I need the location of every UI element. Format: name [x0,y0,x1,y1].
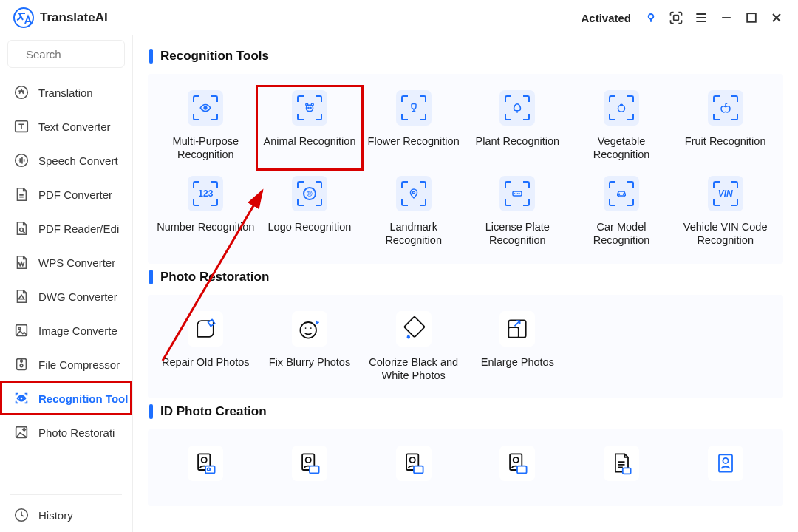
tool-animal-recognition[interactable]: Animal Recognition [258,87,362,168]
tool-multi-purpose-recognition[interactable]: Multi-Purpose Recognition [154,87,258,168]
svg-rect-41 [414,466,423,473]
menu-icon[interactable] [689,5,714,30]
id-document-icon [604,446,639,481]
tool-label: Vehicle VIN Code Recognition [676,220,774,247]
svg-rect-29 [404,316,425,337]
tool-id-photo-5[interactable] [570,443,674,497]
svg-point-9 [18,327,21,330]
tool-label: Animal Recognition [264,134,356,148]
svg-point-24 [623,194,624,194]
section-title-restoration: Photo Restoration [149,270,783,284]
fix-blurry-icon [292,311,327,347]
svg-point-37 [306,457,311,463]
fruit-scan-icon [708,90,743,126]
search-box[interactable] [7,40,125,68]
tool-plant-recognition[interactable]: Plant Recognition [466,87,570,168]
tool-id-photo-6[interactable] [673,443,777,497]
tool-fix-blurry-photos[interactable]: Fix Blurry Photos [258,308,362,389]
vegetable-scan-icon [604,90,639,126]
tool-vegetable-recognition[interactable]: Vegetable Recognition [570,87,674,168]
tool-label: Logo Recognition [268,220,352,233]
sidebar-item-dwg-converter[interactable]: DWG Converter [0,279,132,313]
sidebar-item-speech-convert[interactable]: Speech Convert [0,143,132,177]
sidebar-item-label: DWG Converter [38,290,117,303]
sidebar-item-pdf-converter[interactable]: PDF Converter [0,177,132,211]
close-button[interactable] [764,5,789,30]
tool-logo-recognition[interactable]: ® Logo Recognition [258,173,362,254]
svg-rect-1 [674,16,679,21]
restoration-tools-panel: Repair Old Photos Fix Blurry Photos Colo… [148,295,783,398]
svg-rect-31 [509,327,519,338]
sidebar-item-history[interactable]: History [0,498,132,532]
tool-label: Fix Blurry Photos [269,355,350,369]
svg-point-25 [212,319,214,321]
sidebar-item-wps-converter[interactable]: WPS Converter [0,245,132,279]
animal-scan-icon [292,90,327,126]
svg-rect-44 [517,466,527,473]
sidebar-item-label: Recognition Tool [38,392,128,405]
idphoto-tools-panel [148,429,783,506]
id-photo-icon [292,446,327,481]
tool-id-photo-3[interactable] [361,443,466,497]
repair-photo-icon [188,311,223,347]
tool-id-photo-4[interactable] [466,443,570,497]
tool-id-photo-1[interactable] [154,443,258,497]
tool-vin-recognition[interactable]: VIN Vehicle VIN Code Recognition [673,173,777,254]
sidebar-item-label: File Compressor [38,358,120,371]
sidebar-item-label: Text Converter [38,120,111,133]
maximize-button[interactable] [739,5,764,30]
tool-id-photo-2[interactable] [258,443,362,497]
app-logo: TranslateAI [13,7,108,28]
tool-label: Colorize Black and White Photos [364,355,463,382]
landmark-scan-icon [396,176,432,211]
svg-point-0 [649,14,654,19]
activation-status: Activated [581,12,631,24]
svg-point-20 [618,105,624,112]
sidebar-item-recognition-tool[interactable]: Recognition Tool [0,381,132,415]
sidebar-item-file-compressor[interactable]: File Compressor [0,347,132,381]
sidebar-item-text-converter[interactable]: Text Converter [0,109,132,143]
tool-enlarge-photos[interactable]: Enlarge Photos [466,308,570,389]
sidebar-item-label: Speech Convert [38,154,118,167]
minimize-button[interactable] [714,5,739,30]
id-photo-icon [188,446,223,481]
tool-flower-recognition[interactable]: Flower Recognition [361,87,466,168]
sidebar-item-photo-restoration[interactable]: Photo Restorati [0,415,132,449]
tool-fruit-recognition[interactable]: Fruit Recognition [673,87,777,168]
svg-rect-45 [623,468,631,474]
svg-point-33 [202,457,207,463]
svg-point-40 [409,457,415,463]
svg-point-11 [20,397,24,400]
logo-icon [13,7,34,28]
scan-icon[interactable] [664,5,689,30]
svg-point-47 [723,458,728,463]
svg-point-28 [310,327,312,329]
tool-label: Plant Recognition [475,134,559,148]
svg-point-18 [308,107,309,108]
plant-scan-icon [499,90,535,126]
tool-repair-old-photos[interactable]: Repair Old Photos [154,308,258,389]
tool-number-recognition[interactable]: 123 Number Recognition [154,173,258,254]
tool-license-plate-recognition[interactable]: License Plate Recognition [466,173,570,254]
tool-label: Landmark Recognition [364,220,463,247]
svg-point-14 [204,106,207,109]
tool-landmark-recognition[interactable]: Landmark Recognition [361,173,466,254]
flower-scan-icon [396,90,432,126]
colorize-icon [396,311,432,347]
sidebar-item-image-converter[interactable]: Image Converte [0,313,132,347]
sidebar-item-label: Translation [38,86,93,99]
section-title-idphoto: ID Photo Creation [149,404,783,419]
tool-car-model-recognition[interactable]: Car Model Recognition [570,173,674,254]
sidebar-item-label: WPS Converter [38,256,115,269]
keyhole-icon[interactable] [638,5,664,30]
enlarge-icon [499,311,535,347]
plate-scan-icon [499,176,535,211]
tool-colorize-photos[interactable]: Colorize Black and White Photos [361,308,466,389]
app-name: TranslateAI [40,10,108,25]
svg-point-7 [20,228,24,232]
svg-rect-2 [747,13,756,22]
sidebar-item-pdf-reader[interactable]: PDF Reader/Edi [0,211,132,245]
tool-label: Fruit Recognition [685,134,766,148]
tool-label: Number Recognition [157,220,254,233]
sidebar-item-translation[interactable]: Translation [0,75,132,109]
